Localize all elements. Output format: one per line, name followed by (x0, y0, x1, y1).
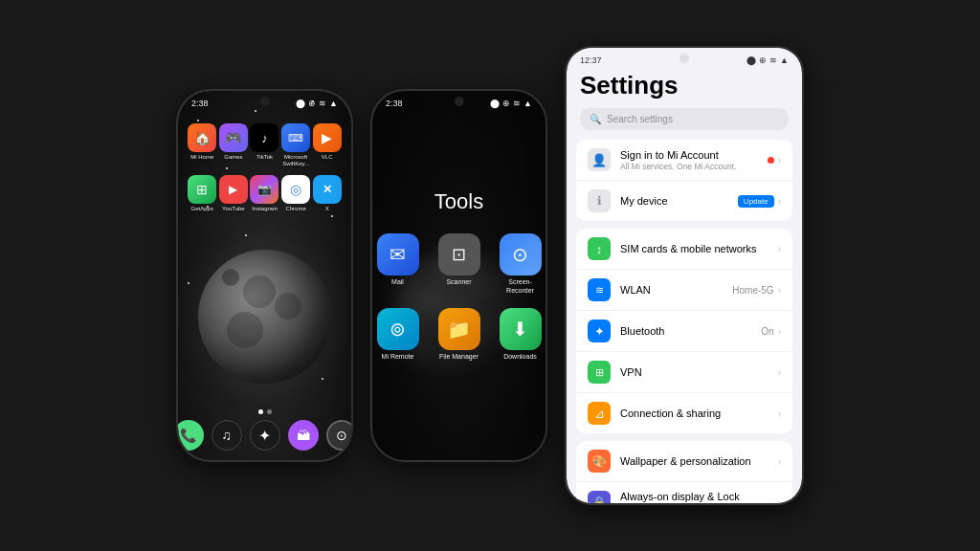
connection-sharing-right: › (778, 408, 781, 419)
folder-recorder[interactable]: ⊙ Screen-Recorder (497, 233, 545, 295)
mi-account-icon: 👤 (588, 148, 611, 171)
chevron-wlan: › (778, 285, 781, 296)
dot-2 (267, 409, 272, 414)
lockscreen-content: Always-on display & Lock screen (620, 491, 768, 503)
youtube-label: YouTube (222, 206, 245, 212)
settings-item-connection-sharing[interactable]: ⊿ Connection & sharing › (576, 393, 792, 433)
app-chrome[interactable]: ◎ Chrome (281, 175, 311, 212)
x-icon[interactable]: ✕ (313, 175, 342, 204)
folder-overlay[interactable]: Tools ✉ Mail ⊡ Scanner ⊙ Screen-Recorder (372, 91, 546, 460)
my-device-icon: ℹ (588, 189, 611, 212)
app-swiftkey[interactable]: ⌨ Microsoft SwiftKey... (281, 123, 311, 167)
bluetooth-title: Bluetooth (620, 325, 751, 337)
app-getapps[interactable]: ⊞ GetApps (188, 175, 217, 212)
connection-sharing-icon: ⊿ (588, 402, 611, 425)
mi-account-right: › (768, 155, 781, 165)
scanner-icon[interactable]: ⊡ (438, 233, 480, 276)
filemanager-icon[interactable]: 📁 (438, 308, 480, 350)
lockscreen-icon: 🔒 (588, 491, 611, 503)
instagram-icon[interactable]: 📷 (250, 175, 278, 204)
bluetooth-value: On (761, 326, 773, 337)
folder-mail[interactable]: ✉ Mail (374, 233, 422, 295)
settings-search-bar[interactable]: 🔍 Search settings (580, 108, 789, 130)
my-device-right: Update › (738, 195, 781, 208)
dock-compass[interactable]: ✦ (250, 420, 280, 451)
app-tiktok[interactable]: ♪ TikTok (250, 123, 279, 167)
search-icon: 🔍 (590, 114, 601, 124)
settings-item-sim[interactable]: ↕ SIM cards & mobile networks › (576, 229, 792, 270)
mail-icon[interactable]: ✉ (377, 233, 419, 276)
mi-account-content: Sign in to Mi Account All Mi services. O… (620, 149, 758, 171)
chevron-vpn: › (778, 367, 781, 378)
folder-filemanager[interactable]: 📁 File Manager (435, 308, 483, 361)
folder-scanner[interactable]: ⊡ Scanner (435, 233, 483, 295)
wlan-content: WLAN (620, 284, 723, 296)
settings-item-bluetooth[interactable]: ✦ Bluetooth On › (576, 311, 792, 352)
page-dots (258, 409, 272, 414)
app-youtube[interactable]: ▶ YouTube (219, 175, 249, 212)
swiftkey-icon[interactable]: ⌨ (281, 123, 310, 152)
sim-icon: ↕ (588, 237, 611, 260)
app-vlc[interactable]: ▶ VLC (312, 123, 342, 167)
youtube-icon[interactable]: ▶ (219, 175, 248, 204)
update-badge: Update (738, 195, 774, 208)
miremote-label: Mi Remote (382, 353, 414, 361)
dock-music[interactable]: ♫ (212, 420, 242, 451)
my-device-content: My device (620, 195, 728, 207)
vpn-content: VPN (620, 366, 768, 378)
downloads-label: Downloads (503, 353, 537, 361)
connection-sharing-title: Connection & sharing (620, 408, 768, 419)
chevron-icon: › (778, 155, 781, 165)
vpn-right: › (778, 367, 781, 378)
folder-grid: ✉ Mail ⊡ Scanner ⊙ Screen-Recorder ⊚ Mi … (374, 233, 545, 361)
app-mihome[interactable]: 🏠 Mi Home (188, 123, 217, 167)
getapps-icon[interactable]: ⊞ (188, 175, 216, 204)
chrome-icon[interactable]: ◎ (281, 175, 310, 204)
settings-list: 👤 Sign in to Mi Account All Mi services.… (567, 140, 802, 503)
settings-item-mi-account[interactable]: 👤 Sign in to Mi Account All Mi services.… (576, 140, 792, 181)
mail-label: Mail (391, 278, 404, 286)
status-icons-2: ⬤ ⊕ ≋ ▲ (490, 99, 532, 108)
wallpaper-right: › (778, 456, 781, 467)
games-label: Games (224, 154, 242, 161)
wallpaper-title: Wallpaper & personalization (620, 455, 768, 467)
vlc-label: VLC (322, 154, 333, 161)
recorder-icon[interactable]: ⊙ (500, 233, 542, 276)
my-device-title: My device (620, 195, 728, 207)
lockscreen-right: › (778, 497, 781, 504)
app-x[interactable]: ✕ X (312, 175, 342, 212)
downloads-icon[interactable]: ⬇ (500, 308, 542, 350)
folder-title: Tools (434, 189, 483, 214)
folder-downloads[interactable]: ⬇ Downloads (497, 308, 545, 361)
settings-item-vpn[interactable]: ⊞ VPN › (576, 352, 792, 393)
mihome-icon[interactable]: 🏠 (188, 123, 216, 152)
dock-phone[interactable]: 📞 (178, 420, 204, 451)
search-placeholder: Search settings (607, 114, 673, 124)
camera-notch-3 (679, 54, 689, 63)
bluetooth-right: On › (761, 326, 781, 337)
wlan-icon: ≋ (588, 278, 611, 301)
chevron-connection: › (778, 408, 781, 419)
dock-gallery[interactable]: 🏔 (288, 420, 319, 451)
mi-account-title: Sign in to Mi Account (620, 149, 758, 161)
miremote-icon[interactable]: ⊚ (377, 308, 419, 350)
settings-item-wlan[interactable]: ≋ WLAN Home-5G › (576, 270, 792, 311)
phone-2: 2:38 ⬤ ⊕ ≋ ▲ Tools ✉ Mail (370, 89, 547, 462)
tiktok-icon[interactable]: ♪ (250, 123, 278, 152)
app-instagram[interactable]: 📷 Instagram (250, 175, 279, 212)
settings-item-lockscreen[interactable]: 🔒 Always-on display & Lock screen › (576, 482, 792, 503)
folder-miremote[interactable]: ⊚ Mi Remote (374, 308, 422, 361)
section-personalization: 🎨 Wallpaper & personalization › 🔒 Always… (576, 441, 792, 503)
chrome-label: Chrome (285, 206, 305, 212)
app-games[interactable]: 🎮 Games (219, 123, 249, 167)
settings-item-wallpaper[interactable]: 🎨 Wallpaper & personalization › (576, 441, 792, 482)
vlc-icon[interactable]: ▶ (313, 123, 342, 152)
chevron-lockscreen: › (778, 497, 781, 504)
filemanager-label: File Manager (439, 353, 479, 361)
status-icons-3: ⬤ ⊕ ≋ ▲ (746, 55, 789, 65)
dock-camera[interactable]: ⊙ (326, 420, 352, 451)
chevron-bluetooth: › (778, 326, 781, 337)
wlan-right: Home-5G › (732, 285, 781, 296)
settings-item-my-device[interactable]: ℹ My device Update › (576, 181, 792, 221)
games-icon[interactable]: 🎮 (219, 123, 248, 152)
